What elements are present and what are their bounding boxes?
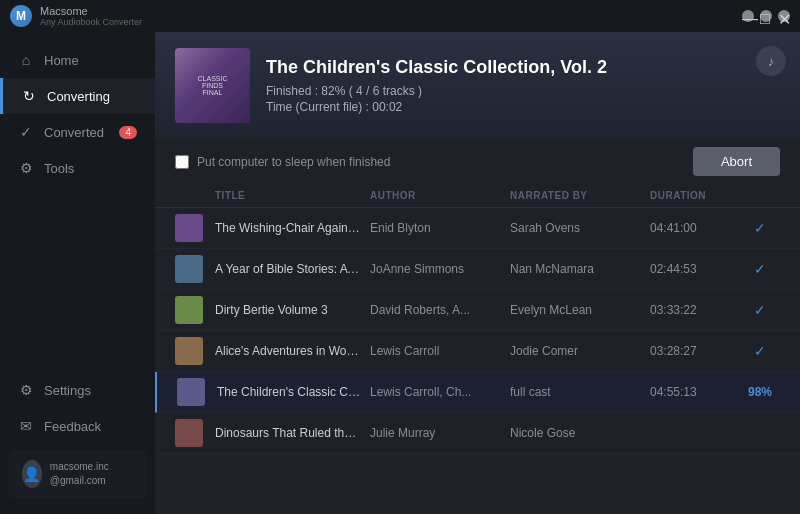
sidebar-spacer <box>0 186 155 372</box>
converting-info: The Children's Classic Collection, Vol. … <box>266 57 780 114</box>
track-narrator: Sarah Ovens <box>510 221 650 235</box>
col-header-thumb <box>175 190 215 201</box>
col-header-duration: DURATION <box>650 190 740 201</box>
minimize-button[interactable]: — <box>742 10 754 22</box>
table-row[interactable]: The Wishing-Chair Again: The Wishing... … <box>155 208 800 249</box>
app-title-info: Macsome Any Audiobook Converter <box>40 5 142 27</box>
track-duration: 03:33:22 <box>650 303 740 317</box>
content-area: CLASSICFINDSFINAL The Children's Classic… <box>155 32 800 514</box>
track-thumbnail <box>175 419 203 447</box>
table-row[interactable]: Dinosaurs That Ruled the Earth: Histor..… <box>155 413 800 454</box>
close-button[interactable]: ✕ <box>778 10 790 22</box>
table-header: TITLE Author Narrated by DURATION <box>155 184 800 208</box>
converting-title: The Children's Classic Collection, Vol. … <box>266 57 780 78</box>
track-duration: 02:44:53 <box>650 262 740 276</box>
track-narrator: Evelyn McLean <box>510 303 650 317</box>
user-card[interactable]: 👤 macsome.inc @gmail.com <box>8 450 147 498</box>
col-header-author: Author <box>370 190 510 201</box>
track-thumbnail <box>175 296 203 324</box>
avatar: 👤 <box>22 460 42 488</box>
sleep-checkbox[interactable] <box>175 155 189 169</box>
home-icon: ⌂ <box>18 52 34 68</box>
sidebar-bottom: ⚙ Settings ✉ Feedback 👤 macsome.inc @gma… <box>0 372 155 514</box>
sidebar-item-home[interactable]: ⌂ Home <box>0 42 155 78</box>
thumb-inner <box>175 255 203 283</box>
sidebar-label-feedback: Feedback <box>44 419 101 434</box>
track-status: ✓ <box>740 302 780 318</box>
track-thumbnail <box>175 337 203 365</box>
track-status: ✓ <box>740 343 780 359</box>
track-table: TITLE Author Narrated by DURATION The Wi… <box>155 184 800 514</box>
track-duration: 04:41:00 <box>650 221 740 235</box>
title-bar-left: M Macsome Any Audiobook Converter <box>10 5 142 27</box>
check-icon: ✓ <box>754 302 766 318</box>
track-title: The Children's Classic Collection, Vol. … <box>217 385 370 399</box>
col-header-narrator: Narrated by <box>510 190 650 201</box>
thumb-inner <box>175 214 203 242</box>
sidebar-label-converted: Converted <box>44 125 104 140</box>
window-controls: — □ ✕ <box>742 10 790 22</box>
sidebar-item-feedback[interactable]: ✉ Feedback <box>0 408 155 444</box>
converting-progress: Finished : 82% ( 4 / 6 tracks ) <box>266 84 780 98</box>
sidebar-label-home: Home <box>44 53 79 68</box>
thumb-cell <box>177 378 217 406</box>
sleep-row: Put computer to sleep when finished Abor… <box>155 139 800 184</box>
thumb-inner <box>175 296 203 324</box>
sidebar-item-tools[interactable]: ⚙ Tools <box>0 150 155 186</box>
track-title: A Year of Bible Stories: A Treasury of 4… <box>215 262 370 276</box>
app-subtitle: Any Audiobook Converter <box>40 17 142 27</box>
settings-icon: ⚙ <box>18 382 34 398</box>
abort-button[interactable]: Abort <box>693 147 780 176</box>
maximize-button[interactable]: □ <box>760 10 772 22</box>
track-thumbnail <box>175 214 203 242</box>
title-bar: M Macsome Any Audiobook Converter — □ ✕ <box>0 0 800 32</box>
table-row[interactable]: A Year of Bible Stories: A Treasury of 4… <box>155 249 800 290</box>
thumb-cell <box>175 419 215 447</box>
music-icon-button[interactable]: ♪ <box>756 46 786 76</box>
thumb-cell <box>175 255 215 283</box>
converted-icon: ✓ <box>18 124 34 140</box>
check-icon: ✓ <box>754 220 766 236</box>
tools-icon: ⚙ <box>18 160 34 176</box>
converted-badge: 4 <box>119 126 137 139</box>
feedback-icon: ✉ <box>18 418 34 434</box>
track-author: Julie Murray <box>370 426 510 440</box>
sleep-label: Put computer to sleep when finished <box>197 155 390 169</box>
main-layout: ⌂ Home ↻ Converting ✓ Converted 4 ⚙ Tool… <box>0 32 800 514</box>
sidebar-label-converting: Converting <box>47 89 110 104</box>
track-author: JoAnne Simmons <box>370 262 510 276</box>
check-icon: ✓ <box>754 343 766 359</box>
track-title: Alice's Adventures in Wonderland <box>215 344 370 358</box>
sidebar-item-settings[interactable]: ⚙ Settings <box>0 372 155 408</box>
col-header-title: TITLE <box>215 190 370 201</box>
progress-percent: 98% <box>748 385 772 399</box>
thumb-inner <box>175 419 203 447</box>
converting-time: Time (Current file) : 00:02 <box>266 100 780 114</box>
thumb-cell <box>175 296 215 324</box>
sidebar-item-converted[interactable]: ✓ Converted 4 <box>0 114 155 150</box>
now-converting-header: CLASSICFINDSFINAL The Children's Classic… <box>155 32 800 139</box>
thumb-cell <box>175 337 215 365</box>
track-author: Lewis Carroll <box>370 344 510 358</box>
table-row[interactable]: The Children's Classic Collection, Vol. … <box>155 372 800 413</box>
app-logo: M <box>10 5 32 27</box>
app-name: Macsome <box>40 5 142 17</box>
user-email: macsome.inc @gmail.com <box>50 460 133 488</box>
track-narrator: Nan McNamara <box>510 262 650 276</box>
track-status: ✓ <box>740 261 780 277</box>
sidebar-item-converting[interactable]: ↻ Converting <box>0 78 155 114</box>
converting-icon: ↻ <box>21 88 37 104</box>
table-row[interactable]: Dirty Bertie Volume 3 David Roberts, A..… <box>155 290 800 331</box>
track-title: Dirty Bertie Volume 3 <box>215 303 370 317</box>
check-icon: ✓ <box>754 261 766 277</box>
col-header-status <box>740 190 780 201</box>
thumb-inner <box>177 378 205 406</box>
sidebar-label-tools: Tools <box>44 161 74 176</box>
table-body: The Wishing-Chair Again: The Wishing... … <box>155 208 800 454</box>
album-art-inner: CLASSICFINDSFINAL <box>175 48 250 123</box>
track-narrator: Jodie Comer <box>510 344 650 358</box>
thumb-cell <box>175 214 215 242</box>
track-title: The Wishing-Chair Again: The Wishing... <box>215 221 370 235</box>
album-art: CLASSICFINDSFINAL <box>175 48 250 123</box>
table-row[interactable]: Alice's Adventures in Wonderland Lewis C… <box>155 331 800 372</box>
